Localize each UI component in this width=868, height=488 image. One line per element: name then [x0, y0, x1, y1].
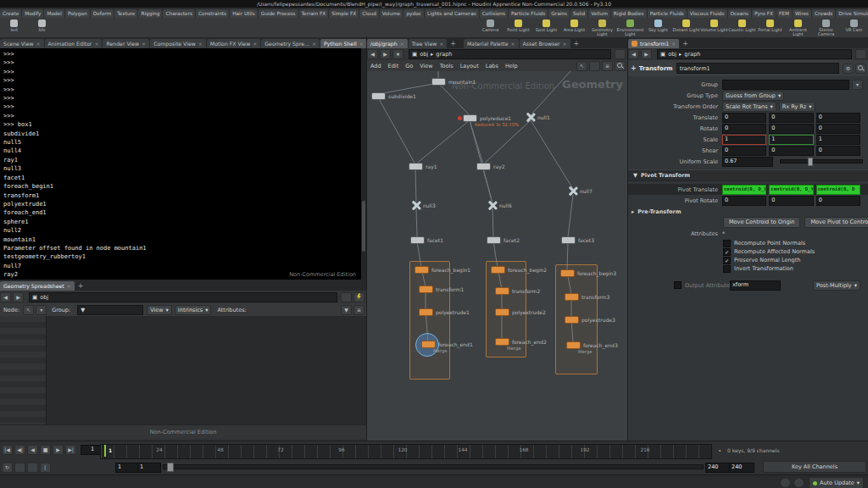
transform-order-dropdown[interactable]: Scale Rot Trans▾ [722, 102, 776, 112]
attributes-value[interactable]: * [722, 230, 725, 237]
translate-y-field[interactable]: 0 [769, 113, 813, 123]
rotate-y-field[interactable]: 0 [769, 124, 813, 134]
close-tab-icon[interactable]: × [359, 40, 364, 47]
message-log-icon[interactable] [780, 478, 791, 488]
shelf-tab[interactable]: Particle Fluids [648, 9, 687, 18]
funnel-icon[interactable]: ▼ [341, 305, 352, 315]
shelf-tool[interactable]: Volume Light [700, 19, 728, 37]
shelf-tab[interactable]: Model [44, 9, 64, 18]
back-icon[interactable]: ◀ [0, 292, 11, 302]
checkbox[interactable]: ✓ [723, 257, 731, 264]
cook-indicator-icon[interactable] [793, 478, 804, 488]
pane-tab[interactable]: Geometry Spre... × [261, 39, 320, 48]
shelf-tab[interactable]: Rigging [138, 9, 162, 18]
shelf-tool[interactable]: ted [0, 19, 28, 37]
pivot-translate-z-field[interactable]: centroid(0, D [816, 185, 860, 195]
close-tab-icon[interactable]: × [671, 40, 676, 47]
grid-snap-icon[interactable] [589, 61, 600, 71]
graph-node[interactable]: polyextrude3 [565, 316, 615, 324]
pane-tab[interactable]: /obj/graph × [367, 39, 408, 48]
move-centroid-to-origin-button[interactable]: Move Centroid to Origin [723, 217, 800, 228]
output-attribute-field[interactable]: xform [730, 280, 781, 291]
pin-icon[interactable] [855, 49, 866, 59]
back-icon[interactable]: ◀ [628, 49, 639, 59]
shelf-tool[interactable]: bfs [28, 19, 56, 37]
graph-node[interactable]: foreach_begin3 [560, 269, 616, 277]
shelf-tab[interactable]: Particle Fluids [509, 9, 548, 18]
shear-z-field[interactable]: 0 [816, 146, 860, 156]
shelf-tab[interactable]: Grains [548, 9, 570, 18]
shelf-tool[interactable]: Stereo Camera [812, 19, 840, 37]
menu-item[interactable]: Edit [385, 63, 403, 69]
shelf-tab[interactable]: Texture [114, 9, 137, 18]
uniform-scale-field[interactable]: 0.67 [722, 157, 773, 167]
group-type-dropdown[interactable]: Guess from Group▾ [722, 91, 784, 101]
pointer-tool-icon[interactable]: ↖ [576, 61, 587, 71]
new-pane-tab-button[interactable]: + [448, 39, 459, 48]
stop-icon[interactable]: ■ [40, 445, 51, 455]
graph-node[interactable]: foreach_end2 Merge [495, 338, 547, 346]
search-icon[interactable] [615, 61, 626, 71]
shelf-tab[interactable]: Hair Utils [230, 9, 258, 18]
output-attribute-checkbox[interactable] [674, 281, 682, 289]
shear-y-field[interactable]: 0 [769, 146, 813, 156]
pivot-translate-y-field[interactable]: centroid(0, D_Y [769, 185, 813, 195]
range-start-alt-field[interactable]: 1 [137, 463, 161, 473]
lightning-icon[interactable] [353, 292, 364, 302]
graph-node[interactable]: transform1 [419, 286, 464, 293]
network-editor[interactable]: Non-Commercial Edition Geometry mountain… [367, 71, 627, 441]
range-end-field[interactable]: 240 [705, 463, 731, 473]
spreadsheet-path-field[interactable]: ▣ obj [29, 292, 337, 302]
shelf-tab[interactable]: Simple FX [329, 9, 359, 18]
range-end-alt-field[interactable]: 240 [729, 463, 754, 473]
pane-tab[interactable]: Animation Editor × [45, 39, 103, 48]
graph-node[interactable]: ray1 [409, 163, 437, 170]
forward-icon[interactable]: ▶ [641, 49, 652, 59]
pane-divider[interactable] [627, 37, 628, 441]
shelf-tab[interactable]: pydoc [403, 9, 424, 18]
list-icon[interactable]: ≡ [353, 305, 364, 315]
shelf-tab[interactable]: Constraints [196, 9, 229, 18]
forward-icon[interactable]: ▶ [380, 49, 391, 59]
jump-to-end-icon[interactable]: ▶| [65, 445, 76, 455]
node-name-field[interactable]: transform1 [676, 63, 839, 74]
shelf-tab[interactable]: Oceans [728, 9, 752, 18]
shelf-tool[interactable]: VR Cam [840, 19, 868, 37]
shelf-tool[interactable]: Caustic Light [728, 19, 756, 37]
shelf-tab[interactable]: FEM [776, 9, 792, 18]
pane-tab[interactable]: Render View × [103, 39, 149, 48]
shelf-tool[interactable]: Point Light [504, 19, 532, 37]
group-select-arrow-icon[interactable]: ▾ [852, 80, 863, 90]
menu-item[interactable]: Layout [457, 63, 482, 69]
previous-keyframe-icon[interactable]: ◀| [14, 445, 25, 455]
shelf-tab[interactable]: Guide Process [259, 9, 298, 18]
graph-node[interactable]: polyextrude1 [419, 308, 470, 316]
shelf-tab[interactable]: Solid [570, 9, 587, 18]
shelf-tab[interactable]: Rigid Bodies [611, 9, 647, 18]
back-icon[interactable]: ◀ [367, 49, 378, 59]
shelf-tool[interactable]: Ambient Light [784, 19, 812, 37]
view-dropdown[interactable]: View▾ [147, 305, 172, 315]
python-shell[interactable]: >>> >>> >>> >>> >>> >>> >>> >>> >>> box1… [0, 48, 364, 281]
menu-item[interactable]: Go [402, 63, 416, 69]
pane-tab-parameters[interactable]: transform1 × [628, 39, 679, 48]
close-tab-icon[interactable]: × [67, 282, 71, 290]
intrinsics-dropdown[interactable]: Intrinsics▾ [175, 305, 212, 315]
graph-node[interactable]: polyreduce1 Reduced To 32.70% [463, 114, 511, 122]
shelf-tool[interactable]: Portal Light [756, 19, 784, 37]
graph-node[interactable]: subdivide1 [371, 92, 416, 100]
close-tab-icon[interactable]: × [400, 40, 404, 47]
shelf-tab[interactable]: Crowds [812, 9, 835, 18]
range-slider[interactable] [163, 464, 704, 469]
shelf-tab[interactable]: Polygon [65, 9, 90, 18]
shear-x-field[interactable]: 0 [722, 146, 766, 156]
menu-item[interactable]: Tools [437, 63, 457, 69]
menu-item[interactable]: Help [502, 63, 521, 69]
node-mode-icon[interactable]: ↖ [23, 305, 34, 315]
close-tab-icon[interactable]: × [563, 40, 567, 47]
shelf-tool[interactable]: Area Light [560, 19, 588, 37]
post-multiply-dropdown[interactable]: Post-Multiply▾ [813, 280, 860, 291]
shelf-tab[interactable]: Drive Simulation [836, 9, 868, 18]
play-icon[interactable]: ▶ [53, 445, 64, 455]
gear-icon[interactable]: ⚙ [843, 64, 854, 74]
